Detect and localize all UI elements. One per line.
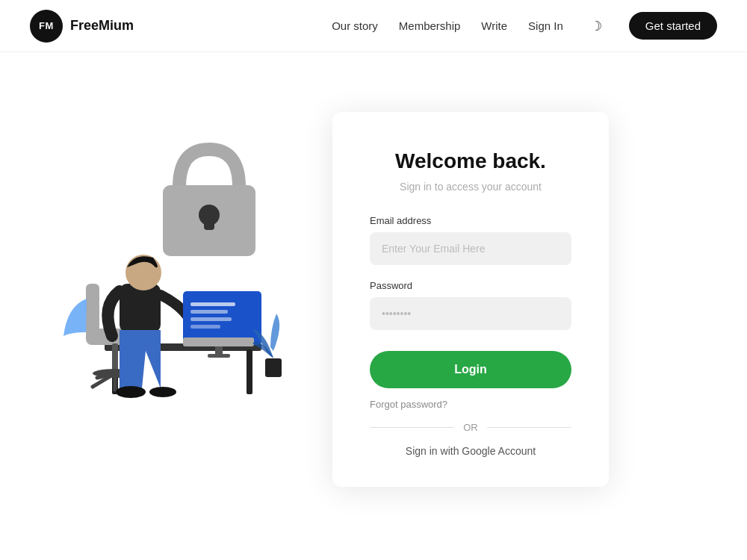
password-field-group: Password (370, 280, 571, 330)
dark-mode-icon[interactable]: ☽ (584, 14, 608, 38)
get-started-button[interactable]: Get started (629, 12, 717, 40)
forgot-password-link[interactable]: Forgot password? (370, 399, 571, 410)
svg-rect-16 (120, 284, 161, 332)
nav-sign-in[interactable]: Sign In (528, 19, 563, 32)
svg-rect-28 (183, 337, 254, 346)
svg-rect-8 (86, 284, 99, 336)
password-input[interactable] (370, 297, 571, 330)
google-signin-link[interactable]: Sign in with Google Account (370, 445, 571, 457)
logo-badge: FM (30, 10, 63, 43)
svg-rect-22 (190, 302, 235, 306)
main-content: Welcome back. Sign in to access your acc… (0, 52, 747, 560)
svg-point-19 (116, 386, 146, 398)
svg-rect-26 (215, 345, 223, 355)
logo-text: FreeMium (70, 18, 134, 34)
nav-membership[interactable]: Membership (399, 19, 461, 32)
or-divider: OR (370, 422, 571, 433)
card-title: Welcome back. (370, 149, 571, 173)
logo-area: FM FreeMium (30, 10, 134, 43)
svg-rect-25 (190, 325, 220, 329)
svg-rect-29 (265, 358, 282, 377)
email-field-group: Email address (370, 215, 571, 265)
nav-our-story[interactable]: Our story (332, 19, 378, 32)
login-button[interactable]: Login (370, 351, 571, 388)
main-nav: Our story Membership Write Sign In ☽ Get… (332, 12, 717, 40)
password-label: Password (370, 280, 571, 291)
svg-point-20 (149, 387, 176, 397)
illustration-svg (45, 112, 299, 455)
nav-write[interactable]: Write (481, 19, 507, 32)
email-label: Email address (370, 215, 571, 226)
svg-rect-24 (190, 317, 232, 321)
header: FM FreeMium Our story Membership Write S… (0, 0, 747, 52)
illustration-area (45, 112, 329, 485)
svg-rect-6 (247, 349, 252, 394)
or-text: OR (463, 422, 478, 433)
card-subtitle: Sign in to access your account (370, 181, 571, 193)
email-input[interactable] (370, 232, 571, 265)
login-card: Welcome back. Sign in to access your acc… (332, 112, 609, 487)
svg-rect-27 (208, 354, 230, 358)
svg-rect-3 (204, 215, 214, 230)
svg-rect-23 (190, 310, 228, 314)
